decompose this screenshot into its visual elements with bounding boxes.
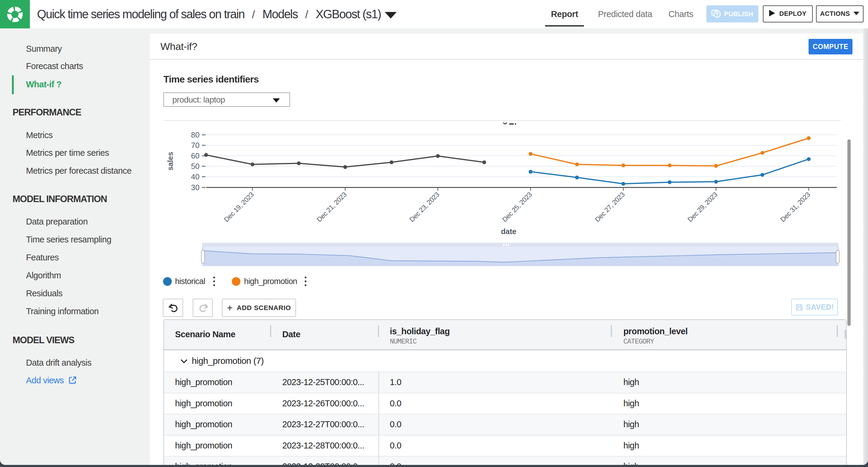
svg-text:Dec 29, 2023: Dec 29, 2023 (686, 191, 719, 223)
svg-text:Dec 25, 2023: Dec 25, 2023 (501, 191, 533, 223)
svg-text:60: 60 (191, 152, 199, 160)
svg-text:Dec 21, 2023: Dec 21, 2023 (315, 191, 348, 223)
svg-text:40: 40 (191, 173, 199, 181)
svg-text:Dec 27, 2023: Dec 27, 2023 (593, 191, 626, 223)
svg-text:sales: sales (166, 152, 175, 171)
svg-text:Dec 19, 2023: Dec 19, 2023 (222, 191, 255, 223)
svg-text:80: 80 (191, 130, 199, 139)
svg-text:Dec 23, 2023: Dec 23, 2023 (408, 191, 441, 223)
svg-text:70: 70 (191, 141, 199, 149)
svg-text:50: 50 (191, 162, 199, 170)
svg-text:30: 30 (191, 183, 199, 192)
svg-text:Dec 31, 2023: Dec 31, 2023 (779, 191, 811, 223)
svg-text:date: date (501, 227, 517, 236)
